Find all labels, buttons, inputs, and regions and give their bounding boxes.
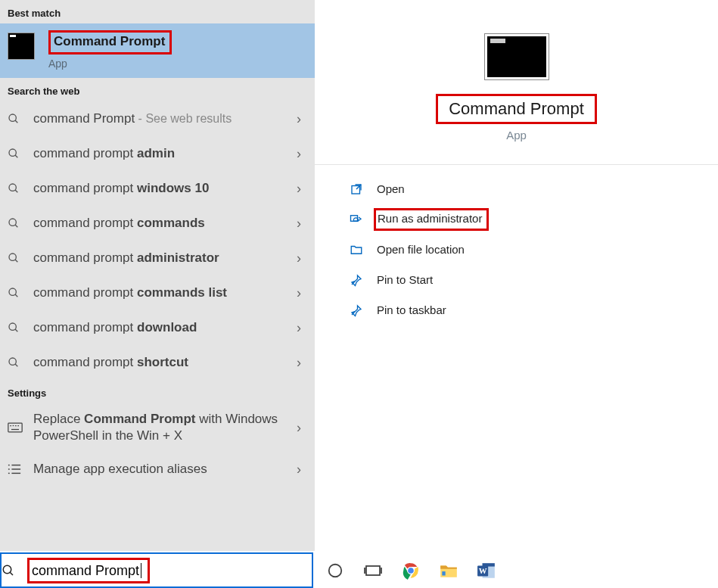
- chevron-right-icon: ›: [297, 250, 307, 266]
- svg-line-13: [15, 329, 17, 331]
- svg-rect-36: [366, 566, 380, 575]
- best-match-header: Best match: [0, 0, 315, 23]
- best-match-text: Command Prompt App: [48, 30, 172, 70]
- result-text: command prompt administrator: [33, 250, 297, 266]
- settings-label: Manage app execution aliases: [33, 461, 297, 478]
- chevron-right-icon: ›: [297, 111, 307, 127]
- action-label: Open: [377, 181, 405, 198]
- admin-icon: [350, 213, 366, 226]
- taskbar-icons: W: [325, 552, 496, 588]
- chevron-right-icon: ›: [297, 181, 307, 197]
- result-text: command prompt admin: [33, 145, 297, 162]
- search-icon: [8, 148, 23, 160]
- svg-line-5: [15, 190, 17, 192]
- search-icon: [2, 564, 27, 577]
- open-icon: [350, 182, 366, 196]
- web-result-item[interactable]: command prompt commands list›: [0, 275, 315, 310]
- action-run-as-administrator[interactable]: Run as administrator: [350, 204, 718, 235]
- search-input-text[interactable]: command Prompt: [27, 558, 150, 583]
- svg-point-33: [3, 565, 11, 574]
- detail-subtitle: App: [315, 129, 718, 142]
- svg-line-34: [10, 572, 13, 575]
- svg-point-8: [9, 254, 16, 260]
- cortana-icon[interactable]: [325, 561, 345, 580]
- action-label: Open file location: [377, 241, 465, 258]
- web-result-item[interactable]: command prompt commands›: [0, 206, 315, 241]
- svg-rect-16: [8, 423, 22, 432]
- svg-line-7: [15, 225, 17, 227]
- settings-item[interactable]: Replace Command Prompt with Windows Powe…: [0, 403, 315, 452]
- result-text: command prompt commands: [33, 215, 297, 232]
- svg-line-15: [15, 364, 17, 366]
- web-result-item[interactable]: command prompt shortcut›: [0, 345, 315, 380]
- settings-item[interactable]: Manage app execution aliases›: [0, 452, 315, 487]
- taskbar: command Prompt: [0, 551, 718, 588]
- search-icon: [8, 322, 23, 334]
- svg-line-9: [15, 260, 17, 262]
- action-pin-to-taskbar[interactable]: Pin to taskbar: [350, 295, 718, 325]
- pin-icon: [350, 303, 366, 317]
- web-result-item[interactable]: command prompt admin›: [0, 136, 315, 171]
- search-icon: [8, 217, 23, 229]
- search-icon: [8, 113, 23, 125]
- file-explorer-icon[interactable]: [439, 561, 458, 580]
- best-match-subtitle: App: [48, 58, 172, 70]
- action-label: Run as administrator: [374, 208, 489, 231]
- chevron-right-icon: ›: [297, 420, 307, 436]
- result-text: command prompt shortcut: [33, 354, 297, 371]
- search-box[interactable]: command Prompt: [0, 552, 313, 588]
- search-icon: [8, 182, 23, 194]
- action-list: OpenRun as administratorOpen file locati…: [315, 171, 718, 325]
- web-result-item[interactable]: command Prompt - See web results›: [0, 101, 315, 136]
- folder-icon: [350, 243, 366, 257]
- svg-point-2: [9, 149, 16, 156]
- web-result-item[interactable]: command prompt administrator›: [0, 241, 315, 275]
- web-result-item[interactable]: command prompt windows 10›: [0, 171, 315, 206]
- svg-line-1: [15, 120, 17, 123]
- chevron-right-icon: ›: [297, 320, 307, 336]
- keyboard-icon: [8, 422, 23, 433]
- chevron-right-icon: ›: [297, 355, 307, 371]
- detail-pane: Command Prompt App OpenRun as administra…: [315, 0, 718, 551]
- search-icon: [8, 252, 23, 264]
- detail-app-icon: [484, 33, 549, 80]
- svg-point-35: [329, 564, 342, 577]
- chevron-right-icon: ›: [297, 146, 307, 162]
- detail-title: Command Prompt: [436, 94, 597, 124]
- action-open[interactable]: Open: [350, 174, 718, 204]
- settings-header: Settings: [0, 380, 315, 403]
- svg-rect-42: [442, 571, 445, 575]
- word-icon[interactable]: W: [477, 561, 496, 580]
- svg-point-12: [9, 323, 16, 330]
- svg-line-11: [15, 294, 17, 297]
- svg-point-0: [9, 114, 16, 121]
- action-pin-to-start[interactable]: Pin to Start: [350, 265, 718, 295]
- chrome-icon[interactable]: [401, 561, 421, 580]
- search-results-pane: Best match Command Prompt App Search the…: [0, 0, 315, 551]
- svg-point-6: [9, 219, 16, 226]
- svg-line-3: [15, 155, 17, 157]
- best-match-title: Command Prompt: [48, 30, 172, 54]
- result-text: command Prompt - See web results: [33, 110, 297, 127]
- best-match-item[interactable]: Command Prompt App: [0, 23, 315, 78]
- divider: [315, 164, 718, 165]
- action-label: Pin to Start: [377, 272, 433, 288]
- result-text: command prompt download: [33, 319, 297, 336]
- svg-point-14: [9, 358, 16, 365]
- chevron-right-icon: ›: [297, 285, 307, 301]
- settings-label: Replace Command Prompt with Windows Powe…: [33, 411, 297, 444]
- web-result-item[interactable]: command prompt download›: [0, 310, 315, 345]
- svg-text:W: W: [479, 566, 487, 575]
- action-label: Pin to taskbar: [377, 302, 446, 319]
- action-open-file-location[interactable]: Open file location: [350, 235, 718, 265]
- search-icon: [8, 356, 23, 369]
- task-view-icon[interactable]: [363, 561, 383, 580]
- search-icon: [8, 287, 23, 299]
- svg-point-10: [9, 288, 16, 295]
- pin-icon: [350, 273, 366, 287]
- chevron-right-icon: ›: [297, 462, 307, 478]
- result-text: command prompt windows 10: [33, 180, 297, 197]
- result-text: command prompt commands list: [33, 285, 297, 301]
- list-icon: [8, 463, 23, 475]
- svg-point-4: [9, 184, 16, 191]
